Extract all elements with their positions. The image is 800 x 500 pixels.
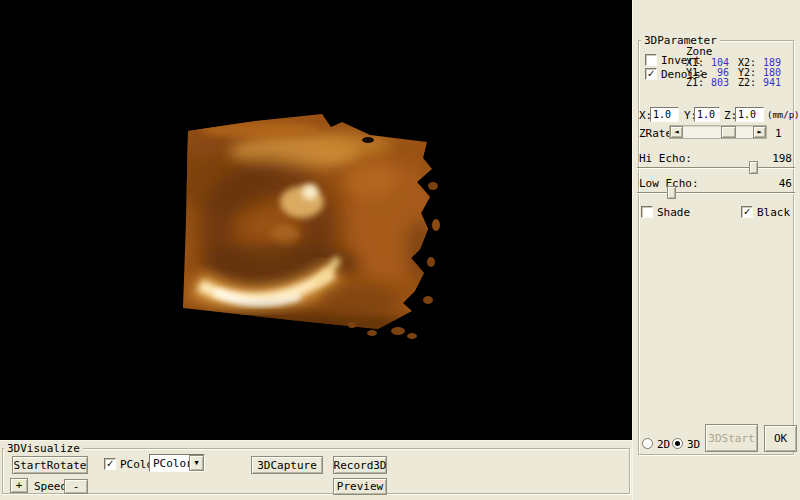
mode-2d-radio[interactable] bbox=[642, 438, 653, 449]
speed-plus-button[interactable]: + bbox=[10, 478, 28, 493]
denoise-checkbox[interactable]: ✓ bbox=[645, 68, 657, 80]
visualize-bar: 3DVisualize StartRotate + Speed - ✓ PCol… bbox=[0, 440, 632, 500]
chevron-down-icon[interactable]: ▼ bbox=[189, 455, 204, 471]
zone-z1-value: 803 bbox=[705, 77, 729, 88]
zrate-thumb[interactable] bbox=[721, 126, 736, 138]
visualize-group-title: 3DVisualize bbox=[4, 442, 83, 455]
pcolor-checkbox[interactable]: ✓ bbox=[104, 458, 116, 470]
black-label: Black bbox=[757, 207, 790, 218]
zone-z1-key: Z1: bbox=[686, 77, 704, 88]
hi-echo-value: 198 bbox=[772, 153, 792, 164]
scale-z-input[interactable] bbox=[735, 107, 764, 122]
ok-button[interactable]: OK bbox=[764, 425, 797, 452]
start-rotate-button[interactable]: StartRotate bbox=[12, 456, 88, 474]
mode-3d-label: 3D bbox=[687, 439, 700, 450]
mode-2d-label: 2D bbox=[657, 439, 670, 450]
check-icon: ✓ bbox=[744, 205, 751, 218]
parameter-groupbox bbox=[638, 40, 794, 455]
hi-echo-slider[interactable] bbox=[637, 167, 795, 169]
check-icon: ✓ bbox=[107, 457, 114, 470]
speed-minus-button[interactable]: - bbox=[64, 479, 88, 494]
render-viewport[interactable] bbox=[0, 0, 632, 440]
zone-z2-key: Z2: bbox=[738, 77, 756, 88]
zrate-label: ZRate bbox=[639, 128, 672, 139]
low-echo-value: 46 bbox=[779, 178, 792, 189]
black-checkbox[interactable]: ✓ bbox=[741, 206, 753, 218]
low-echo-slider[interactable] bbox=[637, 192, 795, 194]
pcolor-dropdown[interactable]: PColor ▼ bbox=[149, 454, 205, 472]
zone-label: Zone bbox=[686, 46, 713, 57]
hi-echo-label: Hi Echo: bbox=[639, 153, 692, 164]
zrate-scrollbar[interactable]: ◄ ► bbox=[669, 125, 767, 139]
pcolor-dropdown-value: PColor bbox=[153, 457, 193, 470]
check-icon: ✓ bbox=[648, 67, 655, 80]
zrate-left-arrow-icon[interactable]: ◄ bbox=[670, 126, 683, 138]
speed-label: Speed bbox=[34, 481, 67, 492]
parameter-panel: 3DParameter Invert ✓ Denoise Zone X1: 10… bbox=[632, 0, 800, 500]
shade-checkbox[interactable] bbox=[641, 206, 653, 218]
hi-echo-thumb[interactable] bbox=[749, 161, 758, 174]
low-echo-thumb[interactable] bbox=[667, 186, 676, 199]
scale-y-input[interactable] bbox=[694, 107, 720, 122]
3dstart-button[interactable]: 3DStart bbox=[705, 424, 758, 452]
record3d-button[interactable]: Record3D bbox=[333, 456, 387, 474]
scale-x-input[interactable] bbox=[650, 107, 679, 122]
scale-unit-label: (mm/p) bbox=[767, 110, 800, 121]
zone-z2-value: 941 bbox=[757, 77, 781, 88]
zrate-value: 1 bbox=[775, 128, 782, 139]
parameter-group-title: 3DParameter bbox=[641, 34, 720, 47]
invert-checkbox[interactable] bbox=[645, 54, 657, 66]
zrate-right-arrow-icon[interactable]: ► bbox=[753, 126, 766, 138]
ultrasound-render bbox=[0, 0, 632, 440]
3dcapture-button[interactable]: 3DCapture bbox=[251, 456, 323, 474]
app-window: 3DParameter Invert ✓ Denoise Zone X1: 10… bbox=[0, 0, 800, 500]
shade-label: Shade bbox=[657, 207, 690, 218]
preview-button[interactable]: Preview bbox=[333, 478, 387, 495]
mode-3d-radio[interactable] bbox=[672, 438, 683, 449]
